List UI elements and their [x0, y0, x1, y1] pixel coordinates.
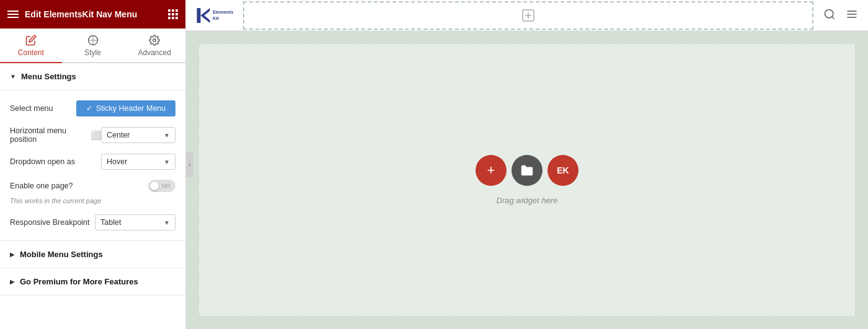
horizontal-position-value: Center [107, 131, 130, 139]
enable-one-page-help: This works in the current page. [10, 197, 175, 204]
toggle-knob [150, 182, 159, 190]
select-menu-value: Sticky Header Menu [96, 104, 166, 113]
tab-style[interactable]: Style [62, 29, 124, 63]
menu-settings-body: Select menu ✓ Sticky Header Menu Horizon… [0, 90, 185, 241]
apps-grid-icon[interactable] [168, 9, 178, 19]
monitor-icon: ⬜ [91, 130, 101, 140]
dropdown-open-label: Dropdown open as [10, 157, 101, 166]
drag-hint: Drag widget here [497, 196, 558, 205]
chevron-down-icon: ▼ [164, 132, 170, 139]
top-bar: Elements Kit [186, 0, 868, 31]
responsive-breakpoint-label: Responsive Breakpoint [10, 218, 95, 227]
dropdown-open-row: Dropdown open as Hover ▼ [10, 154, 175, 170]
right-panel: Elements Kit [186, 0, 868, 329]
responsive-breakpoint-value: Tablet [100, 218, 121, 227]
responsive-breakpoint-select[interactable]: Tablet ▼ [95, 214, 175, 230]
svg-text:Elements: Elements [213, 9, 233, 15]
folder-icon [520, 164, 534, 177]
menu-settings-title: Menu Settings [21, 72, 76, 81]
chevron-down-icon: ▼ [164, 219, 170, 226]
svg-text:Kit: Kit [213, 15, 219, 20]
tab-style-label: Style [84, 48, 101, 57]
elementskit-logo: Elements Kit [196, 4, 233, 27]
nav-placeholder [243, 1, 813, 30]
premium-section-header[interactable]: ▶ Go Premium for More Features [0, 268, 185, 295]
select-menu-row: Select menu ✓ Sticky Header Menu [10, 100, 175, 116]
hamburger-icon[interactable] [7, 11, 19, 18]
premium-section: ▶ Go Premium for More Features [0, 268, 185, 296]
folder-button[interactable] [512, 155, 542, 186]
tab-bar: Content Style Advanced [0, 29, 185, 63]
panel-content: ▼ Menu Settings Select menu ✓ Sticky Hea… [0, 63, 185, 329]
mobile-menu-title: Mobile Menu Settings [20, 250, 103, 259]
canvas-area: + EK Drag widget here [186, 31, 868, 329]
tab-advanced[interactable]: Advanced [123, 29, 185, 63]
check-icon: ✓ [86, 104, 92, 113]
dropdown-open-select[interactable]: Hover ▼ [101, 154, 175, 170]
drop-zone: + EK Drag widget here [198, 43, 856, 317]
search-icon[interactable] [823, 8, 836, 22]
enable-one-page-toggle-wrap: NO [148, 180, 175, 192]
enable-one-page-row: Enable one page? NO [10, 180, 175, 192]
chevron-right-icon: ▶ [10, 278, 15, 285]
svg-point-9 [825, 10, 833, 18]
premium-title: Go Premium for More Features [20, 277, 138, 286]
horizontal-position-select[interactable]: Center ▼ [101, 127, 175, 143]
style-icon [87, 35, 99, 46]
gear-icon [149, 35, 160, 46]
tab-content-label: Content [18, 48, 44, 57]
chevron-down-icon: ▼ [164, 159, 170, 165]
chevron-down-icon: ▼ [10, 73, 16, 80]
logo-area: Elements Kit [196, 4, 233, 27]
mobile-menu-section: ▶ Mobile Menu Settings [0, 241, 185, 268]
horizontal-position-label: Horizontal menu position ⬜ [10, 126, 101, 144]
ek-button[interactable]: EK [547, 155, 578, 186]
tab-content[interactable]: Content [0, 29, 62, 63]
nav-placeholder-icon [521, 8, 536, 23]
svg-line-10 [832, 17, 835, 19]
add-widget-button[interactable]: + [476, 155, 507, 186]
menu-settings-section-header[interactable]: ▼ Menu Settings [0, 63, 185, 90]
select-menu-button[interactable]: ✓ Sticky Header Menu [76, 100, 175, 116]
svg-rect-2 [197, 8, 201, 23]
topbar-menu-icon[interactable] [846, 8, 858, 22]
enable-one-page-label: Enable one page? [10, 182, 148, 190]
horizontal-position-row: Horizontal menu position ⬜ Center ▼ [10, 126, 175, 144]
select-menu-control: ✓ Sticky Header Menu [76, 100, 175, 116]
action-buttons: + EK [476, 155, 578, 186]
pencil-icon [25, 35, 37, 46]
chevron-right-icon: ▶ [10, 251, 15, 258]
select-menu-label: Select menu [10, 104, 76, 113]
left-panel: Edit ElementsKit Nav Menu Content [0, 0, 186, 329]
panel-collapse-handle[interactable]: ‹ [186, 152, 193, 177]
tab-advanced-label: Advanced [138, 48, 170, 57]
mobile-menu-section-header[interactable]: ▶ Mobile Menu Settings [0, 241, 185, 268]
responsive-breakpoint-row: Responsive Breakpoint Tablet ▼ [10, 214, 175, 230]
toggle-no-label: NO [162, 183, 170, 189]
svg-marker-3 [201, 8, 210, 23]
top-bar-actions [823, 8, 858, 22]
dropdown-open-value: Hover [107, 157, 127, 166]
panel-title: Edit ElementsKit Nav Menu [25, 9, 137, 19]
svg-point-1 [153, 39, 156, 42]
panel-header: Edit ElementsKit Nav Menu [0, 0, 185, 29]
enable-one-page-toggle[interactable]: NO [148, 180, 175, 192]
